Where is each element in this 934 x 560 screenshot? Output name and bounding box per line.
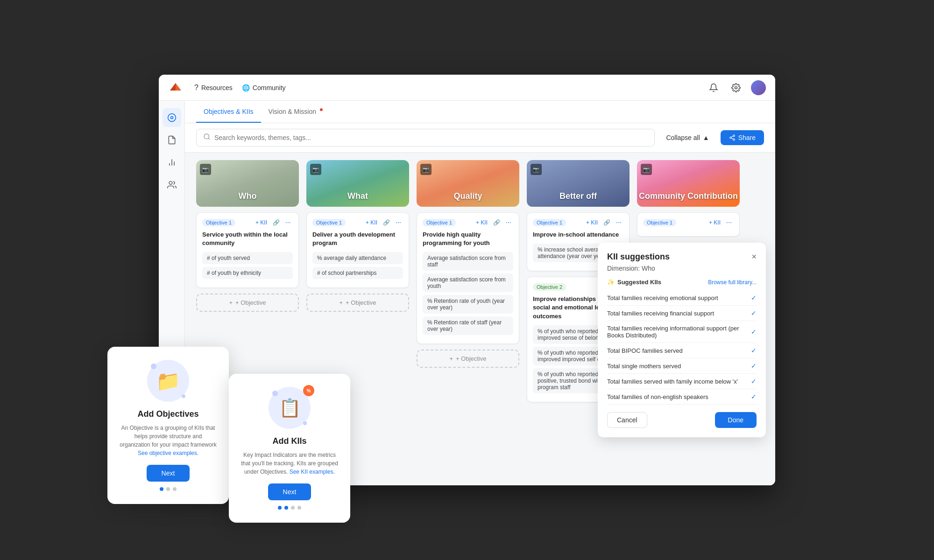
document-icon: 📋 xyxy=(279,398,301,418)
obj-actions-better-1: + KII 🔗 ⋯ xyxy=(584,218,623,227)
add-kii-quality[interactable]: + KII xyxy=(474,218,489,227)
add-objectives-icon-wrap: 📁 xyxy=(147,360,189,402)
svg-line-13 xyxy=(731,136,733,137)
tooltip-add-kiis-link[interactable]: See KII examples. xyxy=(290,469,335,475)
kii-suggested-label: ✨ Suggested KIIs xyxy=(607,279,661,286)
obj-badge-what[interactable]: Objective 1 xyxy=(312,219,346,226)
link-what[interactable]: 🔗 xyxy=(381,218,392,227)
share-button[interactable]: Share xyxy=(721,130,764,145)
obj-badge-quality[interactable]: Objective 1 xyxy=(423,219,456,226)
camera-icon-quality[interactable]: 📷 xyxy=(420,164,432,175)
tab-vision[interactable]: Vision & Mission xyxy=(261,101,330,123)
tooltip-add-kiis-next[interactable]: Next xyxy=(268,483,311,500)
add-objective-quality[interactable]: + + Objective xyxy=(417,350,519,368)
column-better-title: Better off xyxy=(559,191,597,201)
add-kii-who[interactable]: + KII xyxy=(254,218,269,227)
share-label: Share xyxy=(738,134,756,141)
search-bar-row: Collapse all ▲ Share xyxy=(185,123,775,153)
column-better-header[interactable]: 📷 Better off xyxy=(527,160,630,207)
column-who-header[interactable]: 📷 Who xyxy=(196,160,299,207)
add-objective-label-what: + Objective xyxy=(346,299,376,306)
tooltip-add-objectives-title: Add Objectives xyxy=(119,409,218,419)
dot-6 xyxy=(291,506,295,510)
notifications-button[interactable] xyxy=(706,80,721,95)
done-button[interactable]: Done xyxy=(715,412,757,428)
kii-what-2: # of school partnerships xyxy=(312,267,403,279)
camera-icon-who[interactable]: 📷 xyxy=(200,164,211,175)
community-nav[interactable]: 🌐 Community xyxy=(242,84,286,91)
cancel-button[interactable]: Cancel xyxy=(607,412,647,428)
logo[interactable] xyxy=(168,79,183,96)
tooltip-add-kiis-title: Add KIIs xyxy=(240,436,339,446)
link-quality[interactable]: 🔗 xyxy=(491,218,502,227)
column-quality-header[interactable]: 📷 Quality xyxy=(417,160,519,207)
column-what-header[interactable]: 📷 What xyxy=(306,160,409,207)
camera-icon-better[interactable]: 📷 xyxy=(531,164,542,175)
kii-quality-4: % Retention rate of staff (year over yea… xyxy=(423,316,513,335)
kii-suggestion-4[interactable]: Total BIPOC families served ✓ xyxy=(607,343,757,358)
more-better-1[interactable]: ⋯ xyxy=(614,218,623,227)
obj-badge-who[interactable]: Objective 1 xyxy=(202,219,235,226)
tooltip-add-objectives: 📁 Add Objectives An Objective is a group… xyxy=(107,347,229,504)
sidebar-item-reports[interactable] xyxy=(163,131,181,149)
percent-badge: % xyxy=(303,385,314,396)
search-input[interactable] xyxy=(214,134,648,141)
more-what[interactable]: ⋯ xyxy=(394,218,403,227)
top-right-actions xyxy=(706,80,766,95)
tooltip-add-objectives-container: 📁 Add Objectives An Objective is a group… xyxy=(107,347,229,504)
settings-button[interactable] xyxy=(729,80,743,95)
tooltip-add-objectives-link[interactable]: See objective examples. xyxy=(138,450,198,456)
obj-actions-quality: + KII 🔗 ⋯ xyxy=(474,218,513,227)
tab-objectives[interactable]: Objectives & KIIs xyxy=(196,101,261,123)
kii-suggestion-5[interactable]: Total single mothers served ✓ xyxy=(607,358,757,374)
obj-title-quality: Provide high quality programming for you… xyxy=(423,231,513,247)
user-avatar[interactable] xyxy=(751,80,766,95)
kii-panel-close[interactable]: × xyxy=(751,252,757,262)
svg-point-10 xyxy=(729,137,731,139)
tooltip-add-kiis-container: 📋 % Add KIIs Key Impact Indicators are t… xyxy=(229,374,350,523)
sidebar-item-users[interactable] xyxy=(163,175,181,194)
kii-suggestion-7[interactable]: Total families of non-english speakers ✓ xyxy=(607,389,757,405)
plus-icon-who: + xyxy=(229,299,233,306)
kii-suggestion-2[interactable]: Total families receiving financial suppo… xyxy=(607,306,757,321)
search-input-wrap[interactable] xyxy=(196,129,655,147)
kii-panel-title: KII suggestions xyxy=(607,252,670,262)
add-kii-better-1[interactable]: + KII xyxy=(584,218,600,227)
more-quality[interactable]: ⋯ xyxy=(504,218,513,227)
link-who[interactable]: 🔗 xyxy=(271,218,282,227)
tooltip-add-objectives-next[interactable]: Next xyxy=(147,465,190,482)
column-quality-title: Quality xyxy=(453,191,482,201)
add-objective-what[interactable]: + + Objective xyxy=(306,294,409,312)
add-kii-what[interactable]: + KII xyxy=(364,218,379,227)
more-community[interactable]: ⋯ xyxy=(724,218,734,227)
camera-icon-what[interactable]: 📷 xyxy=(310,164,321,175)
obj-badge-better-1[interactable]: Objective 1 xyxy=(533,219,566,226)
link-better-1[interactable]: 🔗 xyxy=(601,218,612,227)
more-who[interactable]: ⋯ xyxy=(283,218,293,227)
column-who-title: Who xyxy=(239,191,257,201)
sidebar-item-analytics[interactable] xyxy=(163,153,181,172)
column-quality: 📷 Quality Objective 1 + KII 🔗 ⋯ xyxy=(417,160,519,402)
add-kii-community[interactable]: + KII xyxy=(707,218,722,227)
tab-objectives-label: Objectives & KIIs xyxy=(204,108,254,115)
column-community-header[interactable]: 📷 Community Contribution xyxy=(637,160,740,207)
camera-icon-community[interactable]: 📷 xyxy=(641,164,652,175)
kii-suggestion-3[interactable]: Total families receiving informational s… xyxy=(607,321,757,343)
check-icon-5: ✓ xyxy=(751,362,757,370)
add-objective-label-who: + Objective xyxy=(235,299,266,306)
obj-title-better-1: Improve in-school attendance xyxy=(533,231,623,239)
kii-browse-link[interactable]: Browse full library... xyxy=(708,279,757,286)
obj-badge-community[interactable]: Objective 1 xyxy=(643,219,676,226)
add-objective-who[interactable]: + + Objective xyxy=(196,294,299,312)
obj-badge-better-2[interactable]: Objective 2 xyxy=(533,283,566,291)
resources-nav[interactable]: ? Resources xyxy=(194,84,233,92)
sidebar-item-objectives[interactable] xyxy=(163,108,181,127)
collapse-all-button[interactable]: Collapse all ▲ xyxy=(660,130,715,145)
kii-dimension: Dimension: Who xyxy=(607,265,757,272)
check-icon-1: ✓ xyxy=(751,294,757,301)
check-icon-7: ✓ xyxy=(751,393,757,400)
kii-suggestion-6[interactable]: Total families served with family income… xyxy=(607,374,757,389)
kii-suggestion-1[interactable]: Total families receiving emotional suppo… xyxy=(607,290,757,306)
top-nav: ? Resources 🌐 Community xyxy=(194,84,286,92)
search-icon xyxy=(203,133,211,142)
